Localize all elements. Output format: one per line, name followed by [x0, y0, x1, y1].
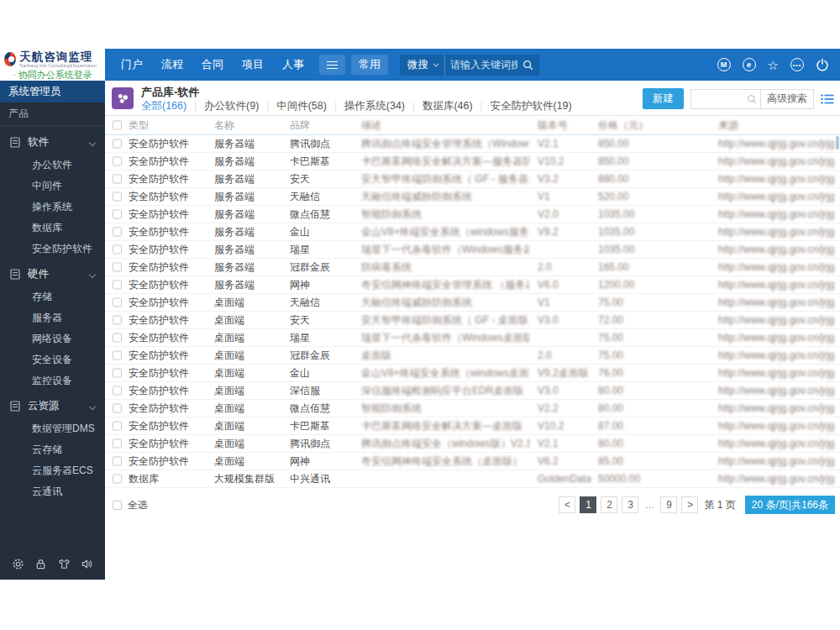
- sidebar-item[interactable]: 数据管理DMS: [0, 418, 105, 439]
- sidebar-item[interactable]: 存储: [0, 286, 105, 307]
- row-checkbox[interactable]: [113, 298, 122, 307]
- column-header[interactable]: 类型: [129, 118, 149, 133]
- table-row[interactable]: 安全防护软件桌面端天融信天融信终端威胁防御系统V175.00http://www…: [105, 294, 840, 312]
- row-checkbox[interactable]: [113, 351, 122, 360]
- nav-item[interactable]: 流程: [152, 57, 192, 72]
- page-button[interactable]: 3: [622, 496, 638, 513]
- table-row[interactable]: 安全防护软件服务器端安天安天智甲终端防御系统（ GF - 服务器版）V3.288…: [105, 171, 840, 188]
- system-login-link[interactable]: · 协同办公系统登录: [0, 69, 105, 81]
- table-row[interactable]: 安全防护软件服务器端微点佰慧智能防御系统V2.01035.00http://ww…: [105, 206, 840, 223]
- table-row[interactable]: 安全防护软件服务器端天融信天融信终端威胁防御系统V1520.00http://w…: [105, 188, 840, 206]
- sidebar-item[interactable]: 办公软件: [0, 155, 105, 176]
- row-checkbox[interactable]: [113, 263, 122, 272]
- table-search-input[interactable]: [691, 91, 747, 108]
- table-row[interactable]: 安全防护软件服务器端卡巴斯基卡巴斯基网络安全解决方案—服务器防护版V10.285…: [105, 153, 840, 171]
- header-checkbox[interactable]: [113, 121, 122, 130]
- list-view-button[interactable]: [821, 93, 834, 105]
- column-header[interactable]: 名称: [214, 118, 234, 133]
- row-checkbox[interactable]: [113, 281, 122, 290]
- theme-button[interactable]: [58, 558, 71, 570]
- nav-item[interactable]: 项目: [233, 57, 273, 72]
- row-checkbox[interactable]: [113, 139, 122, 149]
- next-page-button[interactable]: >: [681, 496, 698, 513]
- sidebar-item[interactable]: 网络设备: [0, 328, 105, 349]
- sidebar-item[interactable]: 中间件: [0, 176, 105, 197]
- row-checkbox[interactable]: [113, 369, 122, 378]
- sidebar-item[interactable]: 云通讯: [0, 481, 105, 502]
- sidebar-group[interactable]: 云资源: [0, 394, 105, 418]
- table-row[interactable]: 安全防护软件桌面端冠群金辰桌面版2.075.00http://www.qjrjg…: [105, 347, 840, 365]
- table-row[interactable]: 安全防护软件桌面端网神奇安信网神终端安全系统（桌面版）V6.285.00http…: [105, 453, 840, 470]
- sidebar-group[interactable]: 硬件: [0, 262, 105, 286]
- page-button[interactable]: 1: [580, 496, 596, 513]
- new-button[interactable]: 新建: [643, 88, 684, 109]
- row-checkbox[interactable]: [113, 333, 122, 343]
- sound-button[interactable]: [81, 558, 93, 570]
- row-checkbox[interactable]: [113, 175, 122, 184]
- row-checkbox[interactable]: [113, 157, 122, 166]
- page-button[interactable]: 2: [601, 496, 617, 513]
- table-row[interactable]: 安全防护软件桌面端瑞星瑞星下一代杀毒软件（Windows桌面版）75.00htt…: [105, 329, 840, 347]
- table-row[interactable]: 安全防护软件服务器端金山金山V8+终端安全系统（windows服务器版）V9.2…: [105, 223, 840, 241]
- row-checkbox[interactable]: [113, 210, 122, 219]
- nav-item[interactable]: 人事: [273, 57, 313, 72]
- row-checkbox[interactable]: [113, 404, 122, 413]
- row-checkbox[interactable]: [113, 245, 122, 255]
- nav-item[interactable]: 合同: [192, 57, 233, 72]
- power-button[interactable]: [816, 58, 829, 71]
- search-button[interactable]: [522, 60, 539, 71]
- prev-page-button[interactable]: <: [559, 496, 575, 513]
- table-row[interactable]: 安全防护软件服务器端冠群金辰防病毒系统2.0165.00http://www.q…: [105, 259, 840, 276]
- sidebar-item[interactable]: 操作系统: [0, 197, 105, 218]
- column-header[interactable]: 品牌: [290, 118, 310, 133]
- table-row[interactable]: 安全防护软件桌面端微点佰慧智能防御系统V2.280.00http://www.q…: [105, 400, 840, 417]
- row-checkbox[interactable]: [113, 457, 122, 466]
- message-icon[interactable]: e: [743, 58, 756, 71]
- tab[interactable]: 安全防护软件(19): [473, 99, 572, 113]
- table-row[interactable]: 安全防护软件桌面端卡巴斯基卡巴斯基网络安全解决方案—桌面版（-KL…V10.28…: [105, 417, 840, 435]
- sidebar-item[interactable]: 安全设备: [0, 349, 105, 370]
- row-checkbox[interactable]: [113, 439, 122, 449]
- sidebar-item[interactable]: 监控设备: [0, 370, 105, 391]
- page-number[interactable]: 1: [717, 499, 723, 511]
- more-icon[interactable]: •••: [790, 58, 804, 71]
- lock-button[interactable]: [34, 558, 47, 570]
- m-circle-icon[interactable]: M: [717, 58, 731, 71]
- page-size-summary[interactable]: 20 条/页|共166条: [745, 496, 835, 514]
- table-row[interactable]: 数据库大规模集群版中兴通讯GoldenData s…50000.00http:/…: [105, 470, 840, 488]
- table-row[interactable]: 安全防护软件桌面端腾讯御点腾讯御点终端安全（windows版）V2.1V2.18…: [105, 435, 840, 453]
- row-checkbox[interactable]: [113, 228, 122, 237]
- global-search-input[interactable]: [445, 59, 522, 71]
- table-row[interactable]: 安全防护软件桌面端深信服深信服终端检测响应平台EDR桌面版V3.080.00ht…: [105, 382, 840, 400]
- sidebar-item[interactable]: 云存储: [0, 439, 105, 460]
- sidebar-item[interactable]: 安全防护软件: [0, 239, 105, 260]
- star-icon[interactable]: ☆: [768, 59, 779, 71]
- sidebar-group[interactable]: 软件: [0, 130, 105, 155]
- row-checkbox[interactable]: [113, 422, 122, 431]
- table-row[interactable]: 安全防护软件服务器端网神奇安信网神终端安全管理系统 （服务器）V6.01200.…: [105, 276, 840, 294]
- tab[interactable]: 中间件(58): [259, 99, 327, 113]
- search-engine-dropdown[interactable]: 微搜: [400, 55, 445, 76]
- table-row[interactable]: 安全防护软件桌面端安天安天智甲终端防御系统（ GF - 桌面版）V3.072.0…: [105, 312, 840, 329]
- table-row[interactable]: 安全防护软件服务器端腾讯御点腾讯御点终端安全管理系统（Windows版）V2.1…: [105, 135, 840, 153]
- menu-toggle-button[interactable]: [319, 55, 345, 75]
- sidebar-item[interactable]: 数据库: [0, 218, 105, 239]
- tab[interactable]: 数据库(46): [405, 99, 473, 113]
- row-checkbox[interactable]: [113, 192, 122, 202]
- tab[interactable]: 操作系统(34): [327, 99, 405, 113]
- table-row[interactable]: 安全防护软件服务器端瑞星瑞星下一代杀毒软件（Windows服务器版）1035.0…: [105, 241, 840, 259]
- row-checkbox[interactable]: [113, 316, 122, 325]
- row-checkbox[interactable]: [113, 475, 122, 484]
- page-button[interactable]: 9: [660, 496, 677, 513]
- favorites-button[interactable]: 常用: [351, 55, 388, 75]
- settings-button[interactable]: [12, 558, 24, 570]
- sidebar-item[interactable]: 云服务器ECS: [0, 460, 105, 481]
- sidebar-item[interactable]: 服务器: [0, 307, 105, 328]
- select-all-checkbox[interactable]: [113, 501, 122, 510]
- tab[interactable]: 办公软件(9): [186, 99, 259, 113]
- scrollbar-thumb[interactable]: [836, 136, 839, 150]
- nav-item[interactable]: 门户: [112, 57, 152, 72]
- table-row[interactable]: 安全防护软件桌面端金山金山V8+终端安全系统（windows桌面版）V9.2桌面…: [105, 365, 840, 382]
- row-checkbox[interactable]: [113, 386, 122, 396]
- advanced-search-button[interactable]: 高级搜索: [760, 89, 814, 109]
